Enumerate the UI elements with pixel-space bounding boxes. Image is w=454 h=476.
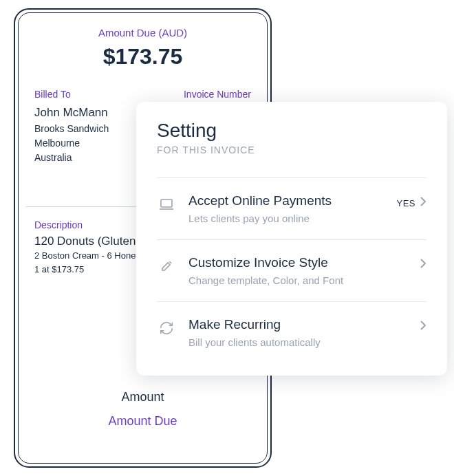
setting-row-desc: Bill your clients automatically <box>188 336 420 348</box>
setting-content: Accept Online Payments Lets clients pay … <box>188 193 396 224</box>
amount-due-value: $173.75 <box>15 44 270 69</box>
setting-tail: YES <box>396 196 426 210</box>
amount-due-label: Amount Due (AUD) <box>15 27 270 39</box>
setting-row-desc: Lets clients pay you online <box>188 213 396 224</box>
setting-accept-payments[interactable]: Accept Online Payments Lets clients pay … <box>157 178 426 240</box>
chevron-right-icon <box>420 196 426 210</box>
chevron-right-icon <box>420 258 426 272</box>
setting-row-title: Make Recurring <box>188 317 420 332</box>
setting-content: Make Recurring Bill your clients automat… <box>188 317 420 348</box>
status-badge: YES <box>396 198 415 208</box>
chevron-right-icon <box>420 320 426 334</box>
amount-due-footer: Amount Due <box>34 414 251 429</box>
billed-row: Billed To Invoice Number <box>15 69 270 100</box>
amount-label: Amount <box>34 390 251 404</box>
setting-tail <box>420 320 426 334</box>
invoice-number-label: Invoice Number <box>184 89 251 100</box>
amount-due-section: Amount Due (AUD) $173.75 <box>15 10 270 69</box>
billed-to-label: Billed To <box>34 89 71 100</box>
settings-panel: Setting FOR THIS INVOICE Accept Online P… <box>136 102 447 376</box>
totals: Amount Amount Due <box>15 390 270 429</box>
setting-row-desc: Change template, Color, and Font <box>188 274 420 286</box>
brush-icon <box>157 257 176 276</box>
laptop-icon <box>157 195 176 214</box>
setting-content: Customize Invoice Style Change template,… <box>188 255 420 286</box>
settings-subtitle: FOR THIS INVOICE <box>157 144 426 155</box>
svg-rect-0 <box>161 199 172 207</box>
setting-make-recurring[interactable]: Make Recurring Bill your clients automat… <box>157 302 426 363</box>
setting-customize-style[interactable]: Customize Invoice Style Change template,… <box>157 240 426 302</box>
refresh-icon <box>157 318 176 338</box>
setting-tail <box>420 258 426 272</box>
setting-row-title: Accept Online Payments <box>188 193 396 208</box>
setting-row-title: Customize Invoice Style <box>188 255 420 270</box>
settings-title: Setting <box>157 120 426 142</box>
